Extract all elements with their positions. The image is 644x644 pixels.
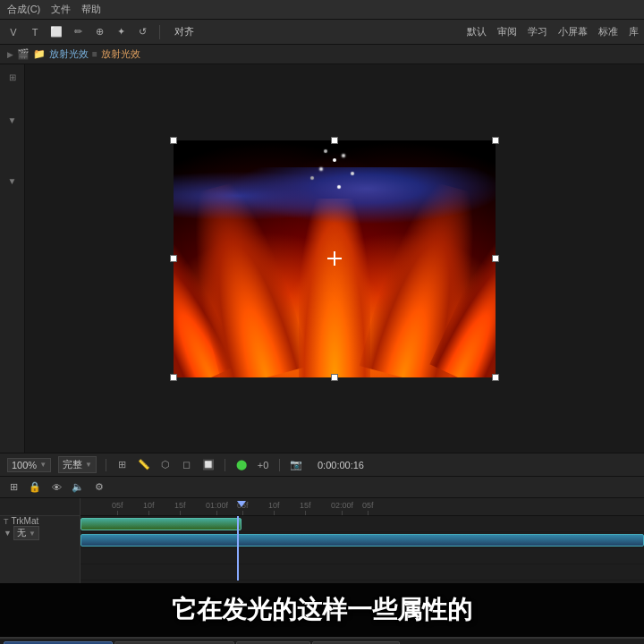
alpha-icon[interactable]: ◻	[180, 458, 194, 472]
subtitle-bar: 它在发光的这样一些属性的	[0, 583, 644, 637]
left-panel: ⊞ ▼ ▼	[0, 64, 25, 453]
mask-icon[interactable]: ⬡	[158, 458, 173, 472]
track-1-name: TrkMat	[12, 516, 39, 526]
preview-controls: 100% ▼ 完整 ▼ ⊞ 📏 ⬡ ◻ 🔲 ⬤ +0 📷 0:00:00:16	[0, 453, 644, 476]
tool-pen[interactable]: ✏	[70, 24, 86, 40]
menu-item-file[interactable]: 文件	[51, 3, 71, 16]
taskbar: Ae Adobe After Eff... ♫ Cool Edit Pro - …	[0, 637, 644, 644]
handle-top-left[interactable]	[170, 137, 177, 144]
track-content-3	[80, 548, 644, 564]
timeline-body: T TrkMat ▼ 无 ▼ 05f10f15f01:00f05f10f15f0…	[0, 498, 644, 583]
quality-dropdown[interactable]: 完整 ▼	[58, 456, 97, 473]
handle-top-middle[interactable]	[331, 137, 338, 144]
tool-shape[interactable]: ⬜	[48, 24, 64, 40]
tool-rotate[interactable]: ↺	[134, 24, 150, 40]
menu-item-comp[interactable]: 合成(C)	[7, 3, 40, 16]
zoom-dropdown[interactable]: 100% ▼	[7, 458, 51, 472]
zoom-chevron: ▼	[39, 461, 47, 469]
playhead-line[interactable]	[237, 516, 239, 580]
ctrl-sep-1	[106, 459, 106, 471]
handle-bottom-middle[interactable]	[331, 374, 338, 381]
timeline-tracks-area	[80, 516, 644, 580]
color-icon[interactable]: ⬤	[234, 458, 249, 472]
timeline-toolbar: ⊞ 🔒 👁 🔈 ⚙	[0, 477, 644, 498]
toolbar-separator-1	[159, 25, 160, 39]
timeline-icon-2[interactable]: 🔒	[27, 479, 43, 496]
timeline-icon-5[interactable]: ⚙	[91, 479, 107, 496]
handle-middle-left[interactable]	[170, 255, 177, 262]
workspace-review[interactable]: 审阅	[497, 25, 517, 38]
track-content-4	[80, 564, 644, 580]
timeline-ruler: 05f10f15f01:00f05f10f15f02:00f05f	[80, 498, 644, 516]
plus-icon[interactable]: +0	[256, 458, 270, 472]
track-2-dropdown[interactable]: 无 ▼	[13, 526, 39, 540]
toolbar: V T ⬜ ✏ ⊕ ✦ ↺ 对齐 默认 审阅 学习 小屏幕 标准 库	[0, 20, 644, 45]
toolbar-right: 默认 审阅 学习 小屏幕 标准 库	[467, 25, 639, 38]
breadcrumb-comp[interactable]: 放射光效	[49, 47, 89, 61]
handle-bottom-right[interactable]	[492, 374, 499, 381]
handle-middle-right[interactable]	[492, 255, 499, 262]
center-mark	[327, 251, 342, 266]
align-button[interactable]: 对齐	[169, 24, 199, 39]
timeline-area: ⊞ 🔒 👁 🔈 ⚙ T TrkMat ▼ 无 ▼	[0, 476, 644, 583]
ctrl-sep-3	[279, 459, 280, 471]
quality-chevron: ▼	[85, 461, 92, 469]
rulers-icon[interactable]: 📏	[137, 458, 151, 472]
track-row-1	[80, 516, 644, 532]
handle-bottom-left[interactable]	[170, 374, 177, 381]
workspace-library[interactable]: 库	[629, 25, 639, 38]
menu-bar: 合成(C) 文件 帮助	[0, 0, 644, 20]
timeline-icon-4[interactable]: 🔈	[70, 479, 86, 496]
track-row-4	[80, 564, 644, 580]
workspace-study[interactable]: 学习	[528, 25, 547, 38]
tool-text[interactable]: T	[27, 24, 43, 40]
workspace-standard[interactable]: 标准	[598, 25, 618, 38]
workspace-smallscreen[interactable]: 小屏幕	[558, 25, 588, 38]
camera-icon[interactable]: 📷	[289, 458, 303, 472]
tool-select[interactable]: V	[5, 24, 21, 40]
timeline-icon-3[interactable]: 👁	[48, 479, 64, 496]
track-2-name: 无	[17, 527, 26, 539]
blue-sparks	[174, 167, 496, 239]
track-content-1	[80, 516, 644, 531]
track-content-2	[80, 532, 644, 547]
track-label-1: T TrkMat	[0, 516, 80, 526]
timeline-icon-1[interactable]: ⊞	[5, 479, 21, 496]
panel-chevron-2[interactable]: ▼	[4, 172, 21, 190]
panel-icon-1[interactable]: ⊞	[4, 68, 21, 86]
track-labels: T TrkMat ▼ 无 ▼	[0, 498, 80, 583]
zoom-value: 100%	[12, 460, 37, 470]
track-2-chevron: ▼	[29, 530, 36, 538]
handle-top-right[interactable]	[492, 137, 499, 144]
view-icon[interactable]: 🔲	[201, 458, 216, 472]
grid-icon[interactable]: ⊞	[115, 458, 130, 472]
preview-frame	[174, 140, 496, 377]
track-row-3	[80, 548, 644, 564]
preview-container	[25, 64, 644, 453]
playhead-ruler-marker	[237, 501, 246, 507]
subtitle-text: 它在发光的这样一些属性的	[172, 593, 472, 627]
menu-item-help[interactable]: 帮助	[81, 3, 101, 16]
track-row-2	[80, 532, 644, 548]
breadcrumb: ▶ 🎬 📁 放射光效 ≡ 放射光效	[0, 45, 644, 64]
breadcrumb-layer: 放射光效	[101, 47, 140, 61]
sparkles	[333, 158, 336, 162]
track-label-2: ▼ 无 ▼	[0, 526, 80, 540]
timecode: 0:00:00:16	[318, 460, 364, 470]
main-area: ⊞ ▼ ▼	[0, 64, 644, 453]
workspace-default[interactable]: 默认	[467, 25, 487, 38]
track-clip-green[interactable]	[80, 518, 242, 530]
quality-value: 完整	[63, 458, 82, 471]
timeline-right: 05f10f15f01:00f05f10f15f02:00f05f	[80, 498, 644, 583]
tool-star[interactable]: ✦	[113, 24, 129, 40]
panel-chevron-1[interactable]: ▼	[4, 111, 21, 129]
tool-add[interactable]: ⊕	[91, 24, 107, 40]
ctrl-sep-2	[225, 459, 225, 471]
track-clip-teal[interactable]	[80, 534, 644, 547]
